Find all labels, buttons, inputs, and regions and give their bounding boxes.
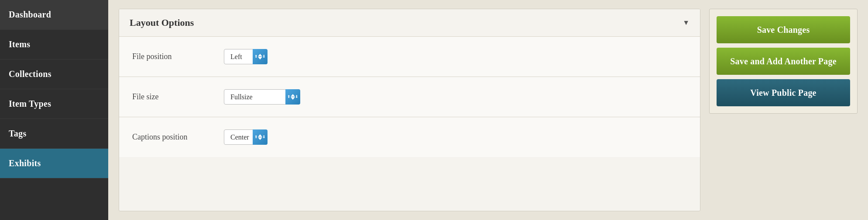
sidebar-item-label: Item Types [9, 99, 51, 108]
sidebar-item-collections[interactable]: Collections [0, 59, 108, 89]
layout-panel-header: Layout Options ▼ [119, 9, 700, 37]
file-position-wrapper: Left Right Center [224, 49, 268, 64]
layout-panel: Layout Options ▼ File position Left Righ… [119, 9, 700, 211]
main-content: Layout Options ▼ File position Left Righ… [108, 0, 868, 220]
sidebar-item-label: Items [9, 39, 30, 49]
sidebar-item-item-types[interactable]: Item Types [0, 89, 108, 119]
file-size-select[interactable]: Fullsize Thumbnail Square Thumbnail [224, 89, 300, 105]
layout-panel-body: File position Left Right Center [119, 37, 700, 157]
file-position-label: File position [132, 52, 211, 61]
right-panel: Save Changes Save and Add Another Page V… [709, 9, 858, 114]
sidebar-item-exhibits[interactable]: Exhibits [0, 149, 108, 178]
save-add-another-button[interactable]: Save and Add Another Page [717, 48, 850, 75]
sidebar-item-label: Collections [9, 69, 51, 79]
sidebar-item-tags[interactable]: Tags [0, 119, 108, 149]
captions-position-label: Captions position [132, 133, 211, 142]
sidebar-item-label: Tags [9, 129, 27, 138]
file-size-label: File size [132, 92, 211, 101]
captions-position-wrapper: Center Left Right [224, 129, 268, 145]
file-position-select[interactable]: Left Right Center [224, 49, 268, 64]
file-size-row: File size Fullsize Thumbnail Square Thum… [119, 77, 700, 117]
captions-position-select[interactable]: Center Left Right [224, 129, 268, 145]
sidebar-item-label: Exhibits [9, 158, 41, 168]
file-position-row: File position Left Right Center [119, 37, 700, 77]
sidebar-item-dashboard[interactable]: Dashboard [0, 0, 108, 30]
layout-panel-title: Layout Options [130, 17, 194, 28]
sidebar-item-items[interactable]: Items [0, 30, 108, 59]
view-public-page-button[interactable]: View Public Page [717, 79, 850, 106]
captions-position-row: Captions position Center Left Right [119, 117, 700, 157]
collapse-icon[interactable]: ▼ [683, 19, 690, 27]
sidebar-item-label: Dashboard [9, 10, 51, 19]
save-changes-button[interactable]: Save Changes [717, 16, 850, 43]
file-size-wrapper: Fullsize Thumbnail Square Thumbnail [224, 89, 300, 105]
sidebar: Dashboard Items Collections Item Types T… [0, 0, 108, 220]
